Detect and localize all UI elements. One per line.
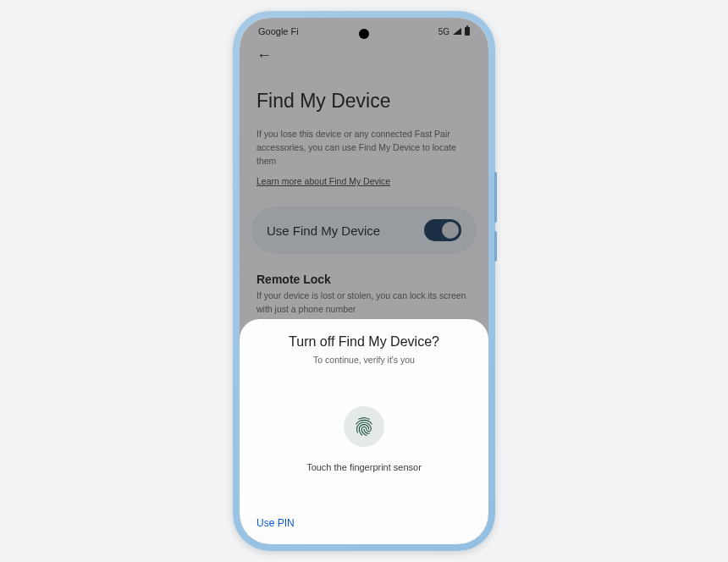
biometric-dialog: Turn off Find My Device? To continue, ve… <box>240 319 488 544</box>
fingerprint-icon <box>353 416 375 438</box>
dialog-title: Turn off Find My Device? <box>255 334 473 350</box>
power-button <box>494 231 497 262</box>
fingerprint-prompt: Touch the fingerprint sensor <box>306 462 422 472</box>
phone-screen: Google Fi 5G ← Find My Device If you los… <box>240 18 488 544</box>
use-pin-button[interactable]: Use PIN <box>255 514 296 532</box>
fingerprint-sensor[interactable] <box>344 406 384 447</box>
fingerprint-area: Touch the fingerprint sensor <box>255 365 473 514</box>
dialog-subtitle: To continue, verify it's you <box>255 355 473 365</box>
camera-cutout <box>359 29 369 39</box>
phone-frame: Google Fi 5G ← Find My Device If you los… <box>233 11 495 551</box>
volume-button <box>494 172 497 223</box>
dialog-actions: Use PIN <box>255 514 473 532</box>
